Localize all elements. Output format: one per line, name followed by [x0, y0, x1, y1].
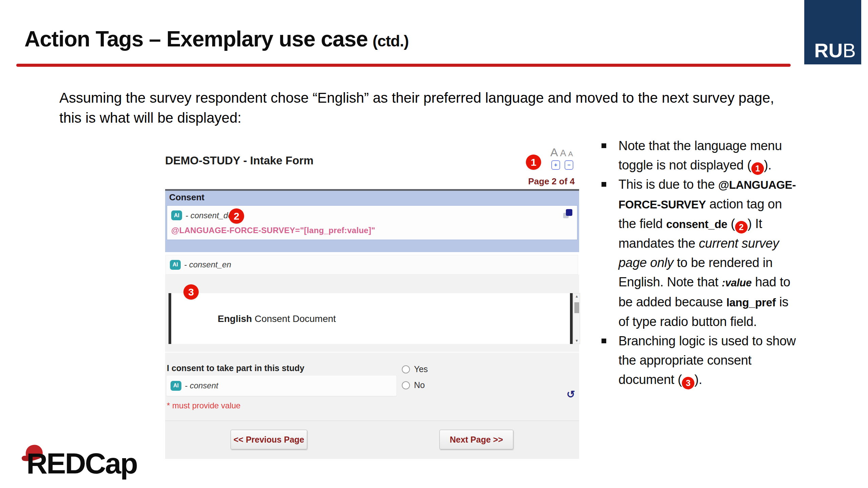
survey-content-zone: 3 English Consent Document ▲ ▼ I consent…: [165, 274, 579, 421]
font-size-large-button[interactable]: A: [550, 146, 558, 159]
annotation-circle-3: 3: [183, 284, 199, 300]
note-segment: Branching logic is used to show the appr…: [618, 334, 796, 387]
radio-button-icon[interactable]: [402, 381, 410, 389]
note-segment: :value: [722, 277, 752, 289]
annotation-ref-3: 3: [682, 377, 694, 389]
field-consent: AI - consent: [166, 375, 397, 396]
comment-icon-front: [566, 209, 572, 216]
intro-paragraph: Assuming the survey respondent chose “En…: [59, 88, 795, 128]
scrollbar-down-icon[interactable]: ▼: [574, 339, 580, 343]
consent-radio-group: Yes No: [402, 364, 428, 390]
ai-badge-icon: AI: [171, 381, 181, 391]
document-left-border: [169, 293, 171, 344]
radio-label-yes: Yes: [414, 364, 428, 374]
required-value-note: * must provide value: [167, 401, 240, 410]
previous-page-button[interactable]: << Previous Page: [231, 430, 307, 449]
slide: Action Tags – Exemplary use case(ctd.) R…: [0, 0, 868, 488]
ai-badge-icon: AI: [171, 210, 182, 220]
field-consent-en: AI - consent_en: [165, 255, 578, 274]
survey-form-title: DEMO-STUDY - Intake Form: [165, 154, 314, 167]
note-item: Note that the language menu toggle is no…: [601, 136, 797, 175]
page-title-suffix: (ctd.): [373, 32, 409, 50]
note-segment: ).: [764, 158, 772, 172]
consent-document-text-rest: Consent Document: [252, 313, 336, 324]
consent-section: Consent AI - consent_de 2 @LANGUAGE-FORC…: [165, 189, 579, 252]
survey-nav-buttons: << Previous Page Next Page >>: [165, 421, 579, 459]
comment-icon[interactable]: [563, 209, 572, 218]
redcap-logo: REDCap: [18, 437, 160, 485]
survey-screenshot: DEMO-STUDY - Intake Form A A A + − 1 Pag…: [164, 149, 581, 461]
field-label: AI - consent_de: [171, 210, 233, 220]
note-segment: consent_de: [666, 218, 727, 230]
consent-document-text: English Consent Document: [218, 313, 336, 324]
field-name-consent-en: - consent_en: [184, 260, 231, 269]
consent-document-viewer[interactable]: English Consent Document: [169, 293, 573, 344]
section-header: Consent: [165, 189, 579, 204]
radio-label-no: No: [414, 380, 425, 390]
rub-logo: RUB: [804, 0, 861, 64]
note-segment: lang_pref: [726, 296, 776, 309]
annotation-ref-2: 2: [735, 221, 748, 233]
radio-option-no[interactable]: No: [402, 380, 428, 390]
note-segment: ).: [694, 372, 702, 387]
notes-list: Note that the language menu toggle is no…: [601, 136, 797, 389]
action-tag-text: @LANGUAGE-FORCE-SURVEY="[lang_pref:value…: [171, 226, 375, 235]
note-text: This is due to the @LANGUAGE-FORCE-SURVE…: [618, 177, 796, 329]
annotation-circle-2: 2: [229, 208, 244, 224]
page-indicator: Page 2 of 4: [528, 176, 575, 187]
title-underline: [16, 64, 791, 67]
note-item: Branching logic is used to show the appr…: [601, 331, 797, 389]
rub-logo-text-bold: RU: [814, 41, 843, 60]
font-size-controls: A A A: [550, 146, 573, 159]
reset-value-icon[interactable]: ↺: [567, 388, 575, 400]
section-divider: [165, 352, 579, 353]
note-item: This is due to the @LANGUAGE-FORCE-SURVE…: [601, 175, 797, 331]
document-right-border: [570, 293, 573, 344]
annotation-circle-1: 1: [526, 155, 541, 170]
page-title-main: Action Tags – Exemplary use case: [24, 27, 368, 51]
field-name-consent-de: - consent_de: [185, 211, 233, 220]
consent-question-label: I consent to take part in this study: [167, 363, 304, 373]
font-size-medium-button[interactable]: A: [560, 148, 566, 159]
consent-document-text-bold: English: [218, 313, 252, 324]
font-size-small-button[interactable]: A: [568, 150, 573, 158]
page-title: Action Tags – Exemplary use case(ctd.): [24, 26, 409, 52]
field-name-consent: - consent: [185, 381, 218, 390]
note-segment: This is due to the: [618, 177, 718, 191]
zoom-controls: + −: [551, 160, 573, 170]
zoom-out-button[interactable]: −: [565, 160, 573, 170]
note-text: Branching logic is used to show the appr…: [618, 334, 796, 387]
document-scrollbar[interactable]: ▲ ▼: [573, 293, 580, 344]
note-segment: (: [727, 217, 735, 231]
bullet-marker-icon: [601, 339, 606, 343]
bullet-marker-icon: [601, 143, 606, 148]
ai-badge-icon: AI: [170, 260, 181, 270]
radio-button-icon[interactable]: [402, 365, 410, 373]
redcap-logo-text: REDCap: [26, 447, 137, 480]
note-text: Note that the language menu toggle is no…: [618, 139, 782, 172]
scrollbar-up-icon[interactable]: ▲: [574, 294, 580, 298]
bullet-marker-icon: [601, 182, 606, 187]
annotation-ref-1: 1: [751, 162, 764, 175]
zoom-in-button[interactable]: +: [551, 160, 560, 170]
next-page-button[interactable]: Next Page >>: [439, 430, 513, 449]
scrollbar-thumb[interactable]: [574, 302, 579, 313]
rub-logo-text-light: B: [843, 41, 856, 60]
field-consent-de: AI - consent_de 2 @LANGUAGE-FORCE-SURVEY…: [167, 205, 577, 240]
section-body: AI - consent_de 2 @LANGUAGE-FORCE-SURVEY…: [165, 204, 579, 252]
radio-option-yes[interactable]: Yes: [402, 364, 428, 374]
